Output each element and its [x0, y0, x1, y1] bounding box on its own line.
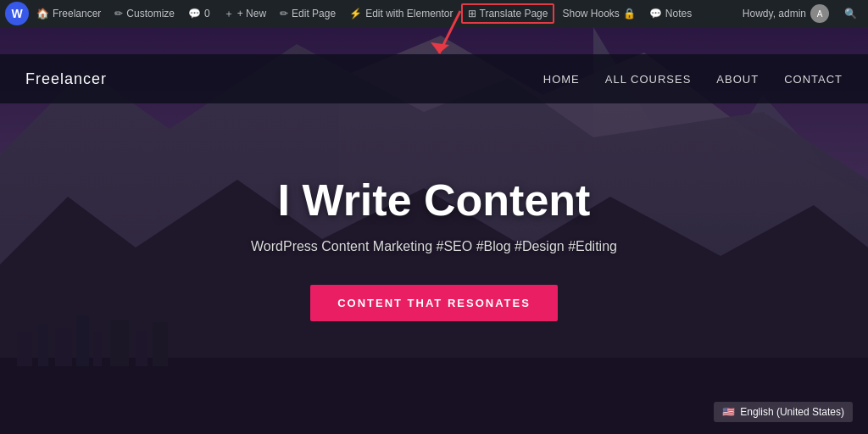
language-label: English (United States) — [740, 406, 844, 418]
admin-bar-comments[interactable]: 💬 0 — [182, 4, 216, 23]
admin-bar-site-name[interactable]: 🏠 Freelancer — [31, 4, 107, 23]
customize-icon: ✏ — [114, 8, 123, 19]
language-badge[interactable]: 🇺🇸 English (United States) — [714, 402, 853, 422]
hero-section: Freelancer HOME ALL COURSES ABOUT CONTAC… — [0, 27, 868, 434]
site-icon: 🏠 — [36, 8, 49, 19]
nav-item-courses[interactable]: ALL COURSES — [605, 73, 692, 86]
flag-icon: 🇺🇸 — [722, 406, 735, 418]
site-logo: Freelancer — [25, 70, 107, 88]
site-navigation: HOME ALL COURSES ABOUT CONTACT — [543, 73, 843, 86]
admin-bar-right: Howdy, admin A 🔍 — [737, 1, 863, 26]
translate-icon: ⊞ — [468, 8, 476, 19]
admin-bar-elementor[interactable]: ⚡ Edit with Elementor — [343, 4, 459, 23]
site-navbar: Freelancer HOME ALL COURSES ABOUT CONTAC… — [0, 54, 868, 103]
admin-bar: W 🏠 Freelancer ✏ Customize 💬 0 ＋ + New ✏… — [0, 0, 868, 27]
notes-icon: 💬 — [649, 8, 662, 19]
nav-item-home[interactable]: HOME — [543, 73, 580, 86]
admin-howdy[interactable]: Howdy, admin A — [737, 1, 835, 26]
admin-bar-customize[interactable]: ✏ Customize — [108, 4, 181, 23]
admin-bar-show-hooks[interactable]: Show Hooks 🔒 — [556, 4, 641, 23]
comments-icon: 💬 — [188, 8, 201, 19]
hero-title: I Write Content — [278, 175, 591, 225]
lock-icon: 🔒 — [623, 8, 636, 19]
hero-subtitle: WordPress Content Marketing #SEO #Blog #… — [251, 239, 617, 254]
admin-bar-translate-page[interactable]: ⊞ Translate Page — [461, 3, 555, 24]
edit-icon: ✏ — [280, 8, 288, 19]
search-icon: 🔍 — [844, 8, 857, 19]
admin-bar-notes[interactable]: 💬 Notes — [643, 4, 698, 23]
admin-bar-edit-page[interactable]: ✏ Edit Page — [274, 4, 342, 23]
admin-bar-new[interactable]: ＋ + New — [218, 3, 272, 25]
admin-bar-search[interactable]: 🔍 — [838, 4, 863, 23]
wp-logo[interactable]: W — [5, 2, 29, 25]
cta-button[interactable]: CONTENT THAT RESONATES — [310, 285, 558, 321]
nav-item-contact[interactable]: CONTACT — [784, 73, 843, 86]
elementor-icon: ⚡ — [349, 8, 362, 19]
avatar: A — [810, 4, 829, 23]
nav-item-about[interactable]: ABOUT — [716, 73, 759, 86]
new-icon: ＋ — [224, 7, 234, 21]
